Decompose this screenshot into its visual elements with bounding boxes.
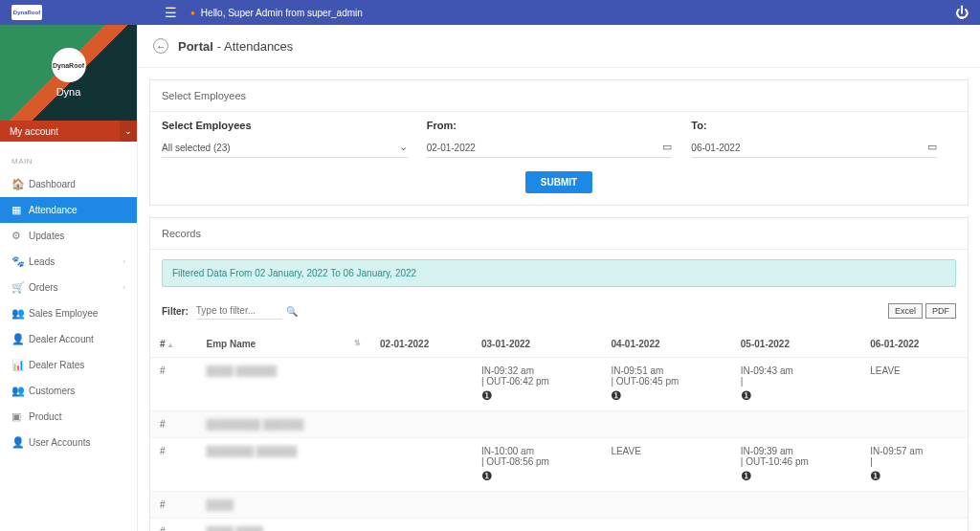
nav-icon: 🏠 (11, 178, 29, 190)
sidebar-item-sales-employee[interactable]: 👥Sales Employee (0, 300, 137, 326)
sidebar: DynaRoof Dyna My account ⌄ MAIN 🏠Dashboa… (0, 25, 138, 531)
sort-icon: ⇅ (354, 339, 361, 347)
sidebar-item-product[interactable]: ▣Product (0, 404, 137, 430)
nav-label: Leads (29, 256, 55, 267)
my-account-toggle[interactable]: My account ⌄ (0, 121, 137, 142)
attendance-cell: LEAVE (601, 438, 730, 492)
nav-label: Attendance (29, 205, 78, 215)
page-subtitle: - Attendances (217, 39, 294, 54)
hamburger-icon[interactable]: ☰ (165, 5, 177, 20)
back-icon[interactable]: ← (153, 38, 168, 54)
brand-area: DynaRoof Dyna (0, 25, 137, 121)
my-account-label: My account (10, 126, 58, 137)
attendance-cell: IN-09:39 am| OUT-10:46 pm❶ (731, 438, 860, 492)
nav-label: Sales Employee (29, 308, 98, 319)
to-label: To: (691, 120, 937, 131)
table-row: #████████ ██████ (150, 411, 968, 438)
from-label: From: (427, 120, 673, 131)
main-content: ← Portal - Attendances Select Employees … (138, 25, 980, 531)
sidebar-item-leads[interactable]: 🐾Leads› (0, 249, 137, 275)
info-icon[interactable]: ❶ (481, 388, 493, 403)
nav-label: Updates (29, 231, 64, 241)
calendar-icon[interactable]: ▭ (927, 141, 937, 153)
nav-icon: 👥 (11, 385, 29, 397)
to-date-input[interactable] (691, 139, 937, 158)
emp-name: ████████ ██████ (196, 411, 370, 438)
info-icon[interactable]: ❶ (481, 469, 493, 483)
nav-icon: 🛒 (11, 281, 29, 294)
nav-icon: 👤 (11, 333, 29, 345)
nav-icon: 🐾 (11, 255, 29, 268)
emp-name: ████ (196, 492, 370, 519)
filter-input[interactable] (196, 302, 282, 320)
emp-name: ███████ ██████ (196, 438, 370, 492)
records-table: #▴Emp Name⇅02-01-202203-01-202204-01-202… (150, 331, 968, 531)
greeting-text: Hello, Super Admin from super_admin (201, 8, 363, 18)
sidebar-item-attendance[interactable]: ▦Attendance (0, 197, 137, 223)
sidebar-item-updates[interactable]: ⚙Updates (0, 223, 137, 249)
select-employees-input[interactable] (162, 139, 408, 158)
attendance-cell: LEAVE (860, 358, 968, 411)
chevron-right-icon: › (122, 283, 125, 292)
sidebar-item-dashboard[interactable]: 🏠Dashboard (0, 171, 137, 197)
chevron-down-icon[interactable]: ⌄ (399, 141, 408, 153)
records-panel-title: Records (150, 218, 968, 250)
column-header[interactable]: 02-01-2022 (370, 331, 472, 358)
attendance-cell: IN-10:00 am| OUT-08:56 pm❶ (472, 438, 601, 492)
page-header: ← Portal - Attendances (138, 25, 980, 68)
table-row: #███████ ██████IN-10:00 am| OUT-08:56 pm… (150, 438, 968, 492)
column-header[interactable]: 05-01-2022 (731, 331, 860, 358)
nav-label: Dealer Account (29, 334, 94, 344)
nav-label: Orders (29, 282, 58, 293)
records-panel: Records Filtered Data From 02 January, 2… (149, 217, 969, 531)
brand-logo: DynaRoof (52, 48, 86, 82)
column-header[interactable]: 06-01-2022 (860, 331, 968, 358)
nav-icon: ▦ (11, 204, 29, 216)
nav-label: Customers (29, 386, 75, 396)
sidebar-item-customers[interactable]: 👥Customers (0, 378, 137, 404)
info-icon[interactable]: ❶ (741, 388, 752, 403)
nav-icon: ▣ (11, 410, 29, 423)
brand-logo-small: DynaRoof (11, 5, 42, 20)
search-icon[interactable]: 🔍 (286, 306, 298, 317)
page-title: Portal (178, 39, 213, 54)
export-excel-button[interactable]: Excel (888, 303, 923, 319)
emp-name: ████ ██████ (196, 358, 370, 411)
row-hash: # (150, 519, 196, 532)
chevron-down-icon: ⌄ (120, 121, 137, 142)
status-dot-icon: ● (190, 9, 195, 17)
nav-label: Product (29, 411, 61, 422)
attendance-cell: IN-09:51 am| OUT-06:45 pm❶ (601, 358, 730, 411)
sidebar-item-orders[interactable]: 🛒Orders› (0, 275, 137, 300)
topbar: DynaRoof ☰ ● Hello, Super Admin from sup… (0, 0, 980, 25)
row-hash: # (150, 492, 196, 519)
export-pdf-button[interactable]: PDF (925, 303, 956, 319)
nav-icon: 👥 (11, 307, 29, 320)
column-header[interactable]: 04-01-2022 (601, 331, 730, 358)
records-alert: Filtered Data From 02 January, 2022 To 0… (162, 259, 956, 287)
table-row: #████ ██████IN-09:32 am| OUT-06:42 pm❶IN… (150, 358, 968, 411)
sort-icon: ▴ (168, 341, 172, 349)
attendance-cell: IN-09:57 am|❶ (860, 438, 968, 492)
column-header[interactable]: #▴ (150, 331, 196, 358)
nav-label: Dashboard (29, 179, 76, 189)
attendance-cell: IN-09:32 am| OUT-06:42 pm❶ (472, 358, 601, 411)
info-icon[interactable]: ❶ (741, 469, 752, 483)
sidebar-item-user-accounts[interactable]: 👤User Accounts (0, 430, 137, 455)
nav-label: User Accounts (29, 437, 90, 448)
column-header[interactable]: Emp Name⇅ (196, 331, 370, 358)
info-icon[interactable]: ❶ (611, 388, 622, 403)
chevron-right-icon: › (122, 257, 125, 266)
submit-button[interactable]: SUBMIT (525, 171, 592, 193)
info-icon[interactable]: ❶ (870, 469, 881, 483)
emp-name: ████ ████ (196, 519, 370, 532)
nav-icon: 📊 (11, 359, 29, 371)
calendar-icon[interactable]: ▭ (662, 141, 672, 153)
from-date-input[interactable] (427, 139, 673, 158)
row-hash: # (150, 358, 196, 411)
nav-section-title: MAIN (0, 151, 137, 171)
sidebar-item-dealer-account[interactable]: 👤Dealer Account (0, 326, 137, 352)
sidebar-item-dealer-rates[interactable]: 📊Dealer Rates (0, 352, 137, 378)
power-icon[interactable]: ⏻ (955, 5, 969, 20)
column-header[interactable]: 03-01-2022 (472, 331, 601, 358)
